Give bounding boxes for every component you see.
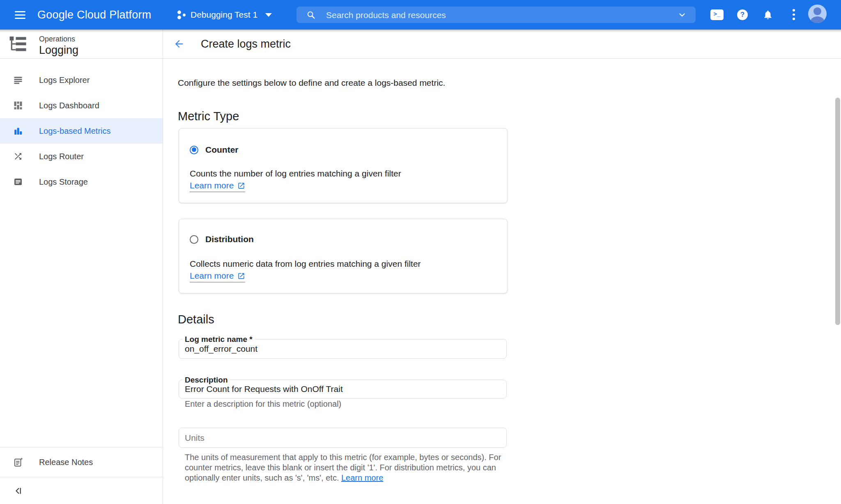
sidebar-nav: Logs Explorer Logs Dashboard Logs-base	[0, 59, 163, 195]
metric-type-heading: Metric Type	[178, 109, 239, 124]
sidebar-eyebrow: Operations	[39, 34, 75, 44]
sidebar: Operations Logging Logs Explorer Logs Da…	[0, 30, 163, 504]
avatar[interactable]	[808, 5, 827, 23]
sidebar-item-label: Logs Storage	[39, 169, 88, 195]
project-icon	[177, 9, 187, 22]
sidebar-item-label: Logs Dashboard	[39, 93, 99, 118]
sidebar-item-label: Logs-based Metrics	[39, 118, 111, 144]
intro-text: Configure the settings below to define a…	[178, 78, 445, 88]
sidebar-item-label: Release Notes	[39, 447, 93, 477]
sidebar-item-logs-based-metrics[interactable]: Logs-based Metrics	[0, 118, 163, 144]
notifications-bell-icon[interactable]	[763, 9, 773, 22]
page-title: Create logs metric	[201, 30, 291, 58]
main-content: Create logs metric Configure the setting…	[163, 30, 841, 504]
external-link-icon	[237, 272, 245, 280]
counter-radio[interactable]	[190, 146, 198, 154]
units-input[interactable]	[179, 428, 506, 447]
logs-based-metrics-icon	[13, 126, 23, 136]
log-metric-name-label: Log metric name *	[183, 335, 255, 344]
learn-more-label: Learn more	[190, 181, 234, 190]
units-helper-line: optionally enter units, such as 's', 'ms…	[185, 473, 501, 483]
sidebar-title: Logging	[39, 44, 78, 57]
project-selector[interactable]: Debugging Test 1	[191, 0, 257, 30]
help-icon[interactable]: ?	[737, 9, 748, 20]
units-field-wrap	[179, 428, 507, 448]
description-label: Description	[183, 376, 230, 384]
units-learn-more-link[interactable]: Learn more	[341, 473, 383, 482]
sidebar-item-logs-router[interactable]: Logs Router	[0, 144, 163, 169]
description-helper-text: Enter a description for this metric (opt…	[185, 399, 341, 409]
learn-more-label: Learn more	[190, 271, 234, 281]
details-heading: Details	[178, 312, 214, 327]
sidebar-item-logs-explorer[interactable]: Logs Explorer	[0, 67, 163, 93]
sidebar-collapse-row	[0, 477, 163, 504]
counter-label: Counter	[205, 145, 239, 155]
vertical-scrollbar-thumb[interactable]	[835, 98, 840, 325]
search-input[interactable]	[325, 7, 664, 24]
logs-explorer-icon	[13, 75, 23, 85]
sidebar-item-label: Logs Router	[39, 144, 84, 169]
app-bar: Google Cloud Platform Debugging Test 1 >…	[0, 0, 841, 30]
counter-description: Counts the number of log entries matchin…	[190, 168, 401, 179]
chevron-down-icon[interactable]	[678, 10, 687, 21]
description-field-wrap: Description	[179, 380, 507, 399]
logs-router-icon	[13, 151, 23, 161]
cloud-shell-icon[interactable]: >_	[710, 9, 724, 20]
units-helper-text: The units of measurement that apply to t…	[185, 452, 501, 483]
menu-icon[interactable]	[15, 11, 25, 19]
app-bar-shadow	[0, 30, 841, 32]
page-header: Create logs metric	[163, 30, 841, 59]
project-caret-icon[interactable]	[265, 13, 272, 17]
distribution-description: Collects numeric data from log entries m…	[190, 259, 421, 269]
units-helper-line: counter metrics, leave this blank or ins…	[185, 463, 501, 473]
logs-dashboard-icon	[13, 101, 23, 110]
logs-storage-icon	[13, 177, 23, 187]
counter-learn-more-link[interactable]: Learn more	[190, 181, 245, 192]
log-metric-name-field-wrap: Log metric name *	[179, 339, 507, 359]
sidebar-item-logs-dashboard[interactable]: Logs Dashboard	[0, 93, 163, 118]
release-notes-icon	[13, 457, 23, 469]
gcp-logo[interactable]: Google Cloud Platform	[37, 0, 151, 30]
search-icon	[306, 10, 315, 21]
back-arrow-icon[interactable]	[173, 38, 185, 50]
sidebar-item-release-notes[interactable]: Release Notes	[0, 447, 163, 477]
search-bar	[296, 7, 696, 23]
distribution-option-card[interactable]: Distribution Collects numeric data from …	[179, 219, 508, 293]
sidebar-item-label: Logs Explorer	[39, 67, 90, 93]
logging-product-icon	[9, 35, 27, 55]
distribution-learn-more-link[interactable]: Learn more	[190, 271, 245, 282]
sidebar-item-logs-storage[interactable]: Logs Storage	[0, 169, 163, 195]
external-link-icon	[237, 182, 245, 190]
counter-option-card[interactable]: Counter Counts the number of log entries…	[179, 128, 508, 203]
distribution-label: Distribution	[205, 234, 254, 244]
units-helper-line: The units of measurement that apply to t…	[185, 452, 501, 463]
units-helper-line-prefix: optionally enter units, such as 's', 'ms…	[185, 473, 341, 482]
more-options-icon[interactable]	[793, 9, 795, 22]
collapse-sidebar-icon[interactable]	[14, 486, 23, 497]
sidebar-header: Operations Logging	[0, 30, 163, 59]
distribution-radio[interactable]	[190, 235, 198, 244]
sidebar-footer: Release Notes	[0, 447, 163, 504]
